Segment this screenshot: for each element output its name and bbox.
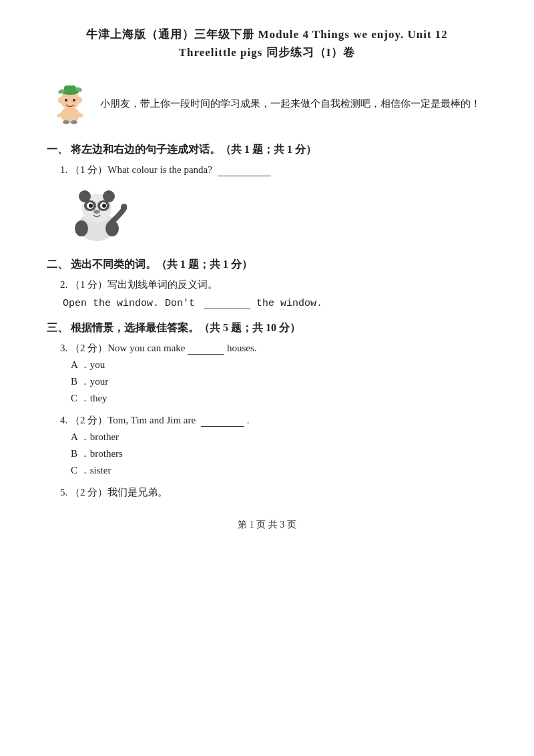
q4-label: 4. （2 分）Tom, Tim and Jim are . xyxy=(60,414,487,427)
section-3-title: 三、 根据情景，选择最佳答案。（共 5 题；共 10 分） xyxy=(47,321,487,335)
q5-label: 5. （2 分）我们是兄弟。 xyxy=(60,486,487,499)
svg-point-25 xyxy=(79,190,91,202)
panda-image xyxy=(67,183,487,246)
q1-blank xyxy=(218,176,271,176)
q3-blank xyxy=(188,354,224,355)
svg-point-9 xyxy=(77,97,82,104)
mascot-row: 小朋友，带上你一段时间的学习成果，一起来做个自我检测吧，相信你一定是最棒的！ xyxy=(47,80,487,127)
q3-option-b: B ．your xyxy=(71,375,487,388)
svg-point-24 xyxy=(93,210,100,214)
svg-point-8 xyxy=(58,97,63,104)
svg-point-15 xyxy=(75,220,88,236)
section-1-title: 一、 将左边和右边的句子连成对话。（共 1 题；共 1 分） xyxy=(47,143,487,157)
svg-point-22 xyxy=(89,204,93,208)
svg-point-13 xyxy=(71,120,77,124)
svg-point-12 xyxy=(63,120,69,124)
mascot-icon xyxy=(47,80,93,127)
q3-option-a: A ．you xyxy=(71,359,487,371)
section-2: 二、 选出不同类的词。（共 1 题；共 1 分） 2. （1 分）写出划线单词的… xyxy=(47,258,487,309)
page-title-line1: 牛津上海版（通用）三年级下册 Module 4 Things we enjoy.… xyxy=(47,27,487,42)
q3-label: 3. （2 分）Now you can make houses. xyxy=(60,342,487,355)
q2-label: 2. （1 分）写出划线单词的反义词。 xyxy=(60,278,487,291)
question-1: 1. （1 分）What colour is the panda? xyxy=(47,164,487,246)
page-title-line2: Threelittle pigs 同步练习（I）卷 xyxy=(47,45,487,60)
page-footer: 第 1 页 共 3 页 xyxy=(47,519,487,531)
q4-blank xyxy=(201,426,244,427)
page-number: 第 1 页 共 3 页 xyxy=(238,520,296,530)
svg-rect-3 xyxy=(64,85,76,93)
q3-option-c: C ．they xyxy=(71,392,487,405)
question-4: 4. （2 分）Tom, Tim and Jim are . A ．brothe… xyxy=(47,414,487,477)
section-3: 三、 根据情景，选择最佳答案。（共 5 题；共 10 分） 3. （2 分）No… xyxy=(47,321,487,499)
q2-blank xyxy=(204,309,250,309)
svg-point-26 xyxy=(103,190,115,202)
panda-icon xyxy=(67,183,127,243)
q4-option-a: A ．brother xyxy=(71,431,487,443)
q4-option-b: B ．brothers xyxy=(71,447,487,460)
section-2-title: 二、 选出不同类的词。（共 1 题；共 1 分） xyxy=(47,258,487,272)
question-3: 3. （2 分）Now you can make houses. A ．you … xyxy=(47,342,487,405)
mascot-text: 小朋友，带上你一段时间的学习成果，一起来做个自我检测吧，相信你一定是最棒的！ xyxy=(100,98,481,110)
page-header: 牛津上海版（通用）三年级下册 Module 4 Things we enjoy.… xyxy=(47,27,487,60)
q4-option-c: C ．sister xyxy=(71,464,487,477)
svg-point-23 xyxy=(102,204,106,208)
section-1: 一、 将左边和右边的句子连成对话。（共 1 题；共 1 分） 1. （1 分）W… xyxy=(47,143,487,246)
svg-point-6 xyxy=(65,99,67,102)
question-5: 5. （2 分）我们是兄弟。 xyxy=(47,486,487,499)
svg-point-7 xyxy=(73,99,75,102)
q2-sentence: Open the window. Don't the window. xyxy=(60,298,487,309)
question-2: 2. （1 分）写出划线单词的反义词。 Open the window. Don… xyxy=(47,278,487,309)
q1-label: 1. （1 分）What colour is the panda? xyxy=(60,164,487,176)
